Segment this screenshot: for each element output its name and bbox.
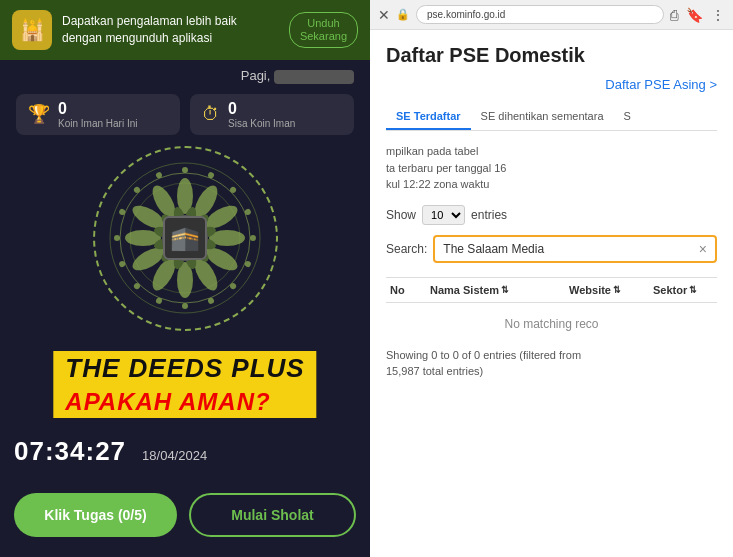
right-panel: ✕ 🔒 pse.kominfo.go.id ⎙ 🔖 ⋮ Daftar PSE D… — [370, 0, 733, 557]
coin-sisa-count: 0 — [228, 100, 295, 118]
tab-s[interactable]: S — [614, 104, 641, 130]
svg-point-39 — [114, 235, 120, 241]
showing-text: Showing 0 to 0 of 0 entries (filtered fr… — [386, 347, 717, 380]
unduh-button[interactable]: Unduh Sekarang — [289, 12, 358, 48]
col-website: Website ⇅ — [569, 284, 649, 296]
overlay-line2: APAKAH AMAN? — [53, 386, 316, 418]
tab-se-dihentikan[interactable]: SE dihentikan sementara — [471, 104, 614, 130]
browser-url: pse.kominfo.go.id — [416, 5, 664, 24]
tabs-row: SE Terdaftar SE dihentikan sementara S — [386, 104, 717, 131]
coin-box-today: 🏆 0 Koin Iman Hari Ini — [16, 94, 180, 135]
browser-icons: ⎙ 🔖 ⋮ — [670, 7, 725, 23]
coin-today-count: 0 — [58, 100, 137, 118]
svg-point-31 — [250, 235, 256, 241]
svg-point-30 — [244, 208, 252, 216]
col-nama-sistem: Nama Sistem ⇅ — [430, 284, 565, 296]
info-text-partial: mpilkan pada tabel — [386, 145, 478, 157]
svg-point-42 — [155, 171, 163, 179]
banner-icon: 🕌 — [12, 10, 52, 50]
coins-row: 🏆 0 Koin Iman Hari Ini ⏱ 0 Sisa Koin Ima… — [0, 88, 370, 141]
klik-tugas-button[interactable]: Klik Tugas (0/5) — [14, 493, 177, 537]
show-select[interactable]: 10 25 50 — [422, 205, 465, 225]
greeting-row: Pagi, — [0, 60, 370, 88]
svg-point-27 — [182, 167, 188, 173]
coin-trophy-icon: 🏆 — [28, 103, 50, 125]
info-text-time: kul 12:22 zona waktu — [386, 178, 489, 190]
username-blurred — [274, 70, 354, 84]
svg-point-28 — [207, 171, 215, 179]
svg-point-38 — [118, 260, 126, 268]
showing-text-content: Showing 0 to 0 of 0 entries (filtered fr… — [386, 349, 581, 361]
mandala-container: 🕋 THE DEEDS PLUS APAKAH AMAN? — [0, 141, 370, 336]
col-sektor: Sektor ⇅ — [653, 284, 713, 296]
sort-icon: ⇅ — [501, 285, 509, 295]
overlay-line1: THE DEEDS PLUS — [53, 351, 316, 386]
svg-point-29 — [229, 186, 237, 194]
col-no[interactable]: No — [390, 284, 426, 296]
time-row: 07:34:27 18/04/2024 — [14, 436, 207, 467]
table-header: No Nama Sistem ⇅ Website ⇅ Sektor ⇅ — [386, 277, 717, 303]
search-clear-icon[interactable]: × — [699, 241, 707, 257]
info-text: mpilkan pada tabel ta terbaru per tangga… — [386, 143, 717, 193]
pse-asing-link[interactable]: Daftar PSE Asing > — [386, 77, 717, 92]
share-icon[interactable]: ⎙ — [670, 7, 678, 23]
svg-point-33 — [229, 282, 237, 290]
coin-box-sisa: ⏱ 0 Sisa Koin Iman — [190, 94, 354, 135]
date-display: 18/04/2024 — [142, 448, 207, 463]
time-display: 07:34:27 — [14, 436, 126, 467]
svg-point-32 — [244, 260, 252, 268]
svg-point-36 — [155, 297, 163, 305]
show-label: Show — [386, 208, 416, 222]
search-label: Search: — [386, 242, 427, 256]
info-text-date: ta terbaru per tanggal 16 — [386, 162, 506, 174]
mulai-sholat-button[interactable]: Mulai Sholat — [189, 493, 356, 537]
sort-sektor-icon: ⇅ — [689, 285, 697, 295]
search-input-box: × — [433, 235, 717, 263]
overlay-banner: THE DEEDS PLUS APAKAH AMAN? — [53, 351, 316, 418]
sort-website-icon: ⇅ — [613, 285, 621, 295]
more-icon[interactable]: ⋮ — [711, 7, 725, 23]
svg-point-41 — [133, 186, 141, 194]
svg-point-34 — [207, 297, 215, 305]
coin-today-label: Koin Iman Hari Ini — [58, 118, 137, 129]
tab-se-terdaftar[interactable]: SE Terdaftar — [386, 104, 471, 130]
search-input[interactable] — [443, 242, 694, 256]
entries-label: entries — [471, 208, 507, 222]
browser-lock-icon: 🔒 — [396, 8, 410, 21]
left-panel: 🕌 Dapatkan pengalaman lebih baik dengan … — [0, 0, 370, 557]
banner-text: Dapatkan pengalaman lebih baik dengan me… — [62, 13, 279, 47]
page-title: Daftar PSE Domestik — [386, 44, 717, 67]
top-banner: 🕌 Dapatkan pengalaman lebih baik dengan … — [0, 0, 370, 60]
kaaba-icon: 🕋 — [163, 216, 207, 260]
svg-point-37 — [133, 282, 141, 290]
show-row: Show 10 25 50 entries — [386, 205, 717, 225]
svg-point-35 — [182, 303, 188, 309]
coin-timer-icon: ⏱ — [202, 104, 220, 125]
search-row: Search: × — [386, 235, 717, 263]
no-record-text: No matching reco — [386, 303, 717, 339]
browser-close-icon[interactable]: ✕ — [378, 7, 390, 23]
page-content: Daftar PSE Domestik Daftar PSE Asing > S… — [370, 30, 733, 557]
coin-sisa-label: Sisa Koin Iman — [228, 118, 295, 129]
svg-point-40 — [118, 208, 126, 216]
bottom-buttons: Klik Tugas (0/5) Mulai Sholat — [14, 493, 356, 537]
showing-text-total: 15,987 total entries) — [386, 365, 483, 377]
bookmark-icon[interactable]: 🔖 — [686, 7, 703, 23]
greeting-text: Pagi, — [241, 68, 271, 83]
browser-bar: ✕ 🔒 pse.kominfo.go.id ⎙ 🔖 ⋮ — [370, 0, 733, 30]
